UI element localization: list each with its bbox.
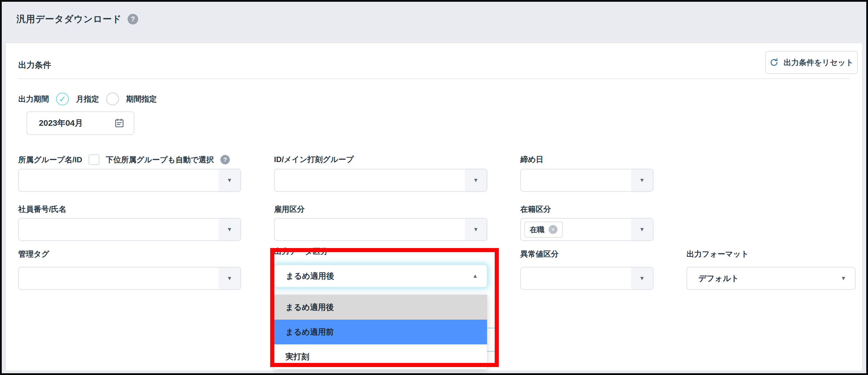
page: 汎用データダウンロード ? 出力条件をリセット 出力条件 出力期間 ✓ 月指定 — [0, 0, 868, 375]
calendar-icon — [114, 118, 125, 129]
subgroup-auto-label: 下位所属グループも自動で選択 — [106, 155, 214, 165]
management-tag-select[interactable]: ▼ — [18, 267, 241, 290]
chevron-up-icon: ▲ — [472, 273, 487, 279]
output-data-type-select[interactable]: まるめ適用後 ▲ — [274, 264, 487, 287]
chevron-down-icon: ▼ — [631, 219, 653, 240]
month-picker-input[interactable]: 2023年04月 — [27, 111, 134, 135]
reset-conditions-label: 出力条件をリセット — [783, 57, 853, 68]
output-format-label: 出力フォーマット — [686, 249, 749, 259]
employee-label: 社員番号/氏名 — [18, 204, 66, 214]
output-format-select[interactable]: デフォルト ▼ — [686, 267, 856, 290]
id-main-group-select[interactable]: ▼ — [274, 169, 487, 192]
dropdown-option-marume-before[interactable]: まるめ適用前 — [274, 320, 487, 344]
employment-label: 雇用区分 — [274, 204, 305, 214]
radio-check-icon: ✓ — [59, 94, 66, 104]
enrollment-select[interactable]: 在職 ✕ ▼ — [520, 218, 653, 241]
output-data-type-select-value: まるめ適用後 — [275, 271, 472, 281]
reset-conditions-button[interactable]: 出力条件をリセット — [765, 51, 858, 74]
employee-select[interactable]: ▼ — [18, 218, 241, 241]
section-title: 出力条件 — [18, 60, 51, 71]
radio-range-unselected[interactable] — [106, 93, 119, 105]
abnormal-type-label: 異常値区分 — [520, 249, 559, 259]
help-icon[interactable]: ? — [128, 14, 138, 25]
radio-month-label: 月指定 — [76, 94, 99, 104]
chevron-down-icon: ▼ — [465, 219, 487, 240]
month-picker-value: 2023年04月 — [39, 118, 83, 129]
employment-select[interactable]: ▼ — [274, 218, 487, 241]
subgroup-auto-checkbox[interactable] — [89, 154, 99, 165]
id-main-group-label: ID/メイン打刻グループ — [274, 154, 354, 165]
radio-month-selected[interactable]: ✓ — [56, 93, 69, 105]
chevron-down-icon: ▼ — [219, 219, 241, 240]
closing-day-select[interactable]: ▼ — [520, 169, 653, 192]
enrollment-tag-label: 在職 — [530, 225, 545, 235]
group-select[interactable]: ▼ — [18, 169, 241, 192]
help-icon-glyph: ? — [223, 156, 227, 163]
enrollment-label: 在籍区分 — [520, 204, 551, 214]
enrollment-tag: 在職 ✕ — [524, 221, 563, 238]
refresh-icon — [769, 58, 779, 67]
abnormal-type-select[interactable]: ▼ — [520, 267, 653, 290]
output-conditions-card: 出力条件をリセット 出力条件 出力期間 ✓ 月指定 期間指定 2023年04月 — [6, 43, 862, 371]
output-period-label: 出力期間 — [18, 94, 49, 104]
output-format-select-value: デフォルト — [687, 273, 841, 284]
group-label-row: 所属グループ名/ID 下位所属グループも自動で選択 ? — [18, 154, 230, 165]
chevron-down-icon: ▼ — [631, 268, 653, 289]
output-data-type-label: 出力データ区分 — [274, 246, 328, 257]
remove-tag-icon[interactable]: ✕ — [549, 225, 557, 234]
chevron-down-icon: ▼ — [465, 169, 487, 191]
page-title: 汎用データダウンロード — [17, 13, 122, 25]
radio-range-label: 期間指定 — [126, 94, 157, 104]
group-label: 所属グループ名/ID — [18, 155, 82, 165]
help-icon-glyph: ? — [131, 15, 135, 23]
page-header: 汎用データダウンロード ? — [17, 13, 138, 25]
chevron-down-icon: ▼ — [219, 268, 241, 289]
dropdown-option-raw-stamp[interactable]: 実打刻 — [274, 344, 487, 369]
closing-day-label: 締め日 — [520, 154, 544, 165]
chevron-down-icon: ▼ — [631, 169, 653, 191]
dropdown-option-marume-after[interactable]: まるめ適用後 — [274, 295, 487, 320]
section-divider — [18, 79, 850, 79]
output-data-type-dropdown: まるめ適用後 まるめ適用前 実打刻 — [274, 294, 487, 369]
subgroup-help-icon[interactable]: ? — [220, 155, 230, 164]
output-period-row: 出力期間 ✓ 月指定 期間指定 — [18, 91, 157, 107]
enrollment-select-value: 在職 ✕ — [521, 221, 631, 238]
chevron-down-icon: ▼ — [841, 275, 855, 282]
chevron-down-icon: ▼ — [219, 169, 241, 191]
management-tag-label: 管理タグ — [18, 249, 49, 259]
